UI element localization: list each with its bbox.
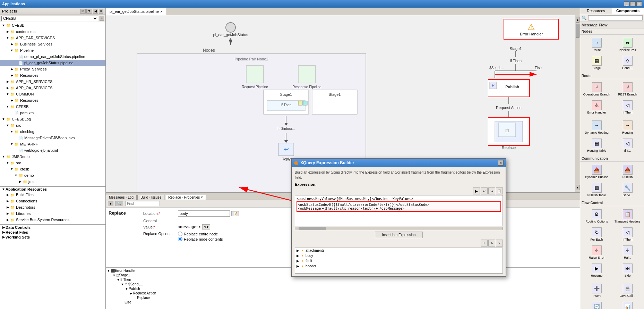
tab-components[interactable]: Components bbox=[612, 8, 644, 14]
toolbar-btn-1[interactable]: ● bbox=[108, 201, 113, 206]
component-operational-branch[interactable]: ⑂ Operational Branch bbox=[582, 81, 612, 98]
error-handler-box[interactable]: ⚠ Error Handler bbox=[504, 19, 559, 40]
menu-btn[interactable]: ≡ bbox=[99, 9, 103, 14]
tree-item-jms[interactable]: ▶ 📁 jms bbox=[0, 178, 105, 185]
tree-item-pipeline[interactable]: ▼ 📁 Pipeline bbox=[0, 47, 105, 53]
outline-publish[interactable]: ▼ Publish bbox=[106, 286, 579, 291]
tree-remove-btn[interactable]: × bbox=[496, 240, 503, 247]
location-edit-btn[interactable]: 📝 bbox=[231, 211, 239, 216]
tree-item-cfesb-folder[interactable]: ▼ 📁 cfesb bbox=[0, 166, 105, 172]
component-publish-table[interactable]: ▦ Publish Table bbox=[582, 181, 612, 199]
tab-close-btn[interactable]: × bbox=[160, 9, 162, 14]
tree-item-ejbbean[interactable]: 📄 MessageDrivenEJBBean.java bbox=[0, 135, 105, 141]
tree-item-jmsdemo[interactable]: ▼ 📁 JMSDemo bbox=[0, 153, 105, 160]
tree-item-meta-inf[interactable]: ▼ 📁 META-INF bbox=[0, 141, 105, 147]
outline-replace[interactable]: Replace bbox=[106, 295, 579, 300]
tree-body[interactable]: ▶ 🔸 body bbox=[295, 253, 503, 258]
component-pipeline-pair[interactable]: ⇔ Pipeline Pair bbox=[612, 36, 643, 53]
tree-item-weblogic[interactable]: 📄 weblogic-ejb-jar.xml bbox=[0, 147, 105, 153]
collapse-btn[interactable]: ◀ bbox=[93, 9, 98, 14]
component-if-then-cond[interactable]: ◁ If Then bbox=[612, 99, 643, 116]
component-stage[interactable]: ▦ Stage bbox=[582, 54, 612, 72]
component-rest-branch[interactable]: ⑂ REST Branch bbox=[612, 81, 643, 98]
tree-item-app-ear[interactable]: ▼ 📁 APP_EAR_SERVICES bbox=[0, 35, 105, 41]
outline-request-action[interactable]: ▶ Request Action bbox=[106, 291, 579, 295]
dialog-close-btn[interactable]: × bbox=[498, 160, 504, 166]
component-for-each[interactable]: ↻ For Each bbox=[582, 226, 612, 243]
component-if-t[interactable]: ◁ If T... bbox=[612, 137, 643, 154]
tree-header[interactable]: ▶ 🔸 header bbox=[295, 264, 503, 269]
tree-item-cfesb[interactable]: ▼ 📁 CFESB bbox=[0, 22, 105, 28]
tab-build-issues[interactable]: Build - Issues bbox=[137, 195, 164, 200]
tab-replace-properties[interactable]: Replace - Properties × bbox=[165, 195, 206, 200]
new-project-btn[interactable]: + bbox=[100, 16, 104, 21]
tree-item-demo[interactable]: ▼ 📁 demo bbox=[0, 172, 105, 178]
component-if-then2[interactable]: ◁ If Then bbox=[612, 226, 643, 243]
tree-item-build-files[interactable]: ▶ 📁 Build Files bbox=[0, 192, 105, 198]
file-tree[interactable]: ▼ 📁 CFESB ▶ 📁 contentsets ▼ 📁 APP_EAR_SE… bbox=[0, 22, 105, 309]
tree-fault[interactable]: ▶ 🔸 fault bbox=[295, 258, 503, 264]
component-publish[interactable]: 📤 Publish bbox=[612, 163, 643, 181]
tree-item-demo-pipeline[interactable]: 📄 demo_pl_ear_getJobStatus.pipeline bbox=[0, 53, 105, 60]
tree-item-data-controls[interactable]: ▶ Data Controls bbox=[0, 225, 105, 230]
tab-resources[interactable]: Resources bbox=[580, 8, 612, 14]
tree-item-cfesblog[interactable]: ▼ 📁 CFESBLog bbox=[0, 116, 105, 122]
tree-item-pl-pipeline[interactable]: 📄 pl_ear_getJobStatus.pipeline bbox=[0, 60, 105, 66]
tree-item-business[interactable]: ▶ 📁 Business_Services bbox=[0, 41, 105, 47]
main-tab[interactable]: pl_ear_getJobStatus.pipeline × bbox=[106, 8, 166, 15]
component-servi[interactable]: 🔧 Servi... bbox=[612, 181, 643, 199]
component-dynamic-publish[interactable]: 📤 Dynamic Publish bbox=[582, 163, 612, 181]
expr-copy-btn[interactable]: 📋 bbox=[496, 187, 503, 194]
tree-item-working-sets[interactable]: ▶ Working Sets bbox=[0, 235, 105, 240]
expr-run-btn[interactable]: ▶ bbox=[473, 187, 480, 194]
scroll-up-btn[interactable]: ▲ bbox=[576, 17, 579, 23]
component-java-call[interactable]: ☕ Java Call... bbox=[612, 282, 643, 299]
component-transport-headers[interactable]: 📋 Transport Headers bbox=[612, 208, 643, 225]
tree-item-contentsets[interactable]: ▶ 📁 contentsets bbox=[0, 28, 105, 35]
scroll-thumb[interactable] bbox=[576, 24, 579, 38]
component-condi[interactable]: ◇ Condi... bbox=[612, 54, 643, 72]
component-rai[interactable]: ⚠ Rai... bbox=[612, 244, 643, 261]
sync-btn[interactable]: ⟳ bbox=[80, 9, 86, 14]
component-report[interactable]: 📊 Report bbox=[612, 300, 643, 309]
toolbar-btn-2[interactable]: 🔍 bbox=[115, 201, 123, 206]
find-input[interactable] bbox=[125, 201, 160, 206]
tree-item-cfesblog-folder[interactable]: ▼ 📁 cfesblog bbox=[0, 128, 105, 135]
filter-btn[interactable]: ▼ bbox=[86, 9, 92, 14]
tree-item-connections[interactable]: ▶ 📁 Connections bbox=[0, 198, 105, 204]
radio-entire-node[interactable]: Replace entire node bbox=[178, 232, 223, 236]
component-search-input[interactable] bbox=[588, 15, 643, 20]
component-dynamic-routing[interactable]: → Dynamic Routing bbox=[582, 119, 612, 136]
close-btn[interactable]: × bbox=[636, 1, 642, 6]
radio-contents-input[interactable] bbox=[178, 237, 182, 241]
insert-into-expression-btn[interactable]: Insert Into Expression bbox=[375, 232, 423, 238]
component-routing-table[interactable]: ▦ Routing Table bbox=[582, 137, 612, 154]
component-routing[interactable]: → Routing bbox=[612, 119, 643, 136]
expression-area[interactable]: <businessKeyValues>{$MonBusinessKey}</bu… bbox=[295, 195, 503, 226]
component-insert[interactable]: ➕ Insert bbox=[582, 282, 612, 299]
maximize-btn[interactable]: □ bbox=[630, 1, 636, 6]
expr-undo-btn[interactable]: ↩ bbox=[481, 187, 488, 194]
location-input[interactable] bbox=[178, 210, 230, 217]
component-routing-options[interactable]: ⚙ Routing Options bbox=[582, 208, 612, 225]
outline-if-sendl[interactable]: ▼ If: $SendL... bbox=[106, 282, 579, 286]
horizontal-scrollbar[interactable] bbox=[295, 227, 503, 230]
tree-edit-btn[interactable]: ✎ bbox=[488, 240, 495, 247]
tree-item-common-resources[interactable]: ▶ 📁 Resources bbox=[0, 97, 105, 103]
tree-item-service-bus[interactable]: ▶ 📁 Service Bus System Resources bbox=[0, 217, 105, 223]
minimize-btn[interactable]: _ bbox=[624, 1, 629, 6]
tree-item-app-resources[interactable]: ▼ Application Resources bbox=[0, 187, 105, 192]
value-edit-btn[interactable]: ✎▾ bbox=[202, 224, 210, 229]
component-resume[interactable]: ▶ Resume bbox=[582, 262, 612, 279]
tree-item-common[interactable]: ▼ 📁 COMMON bbox=[0, 91, 105, 97]
h-scroll-thumb[interactable] bbox=[299, 227, 326, 230]
tree-attachments[interactable]: ▶ 🔸 attachments bbox=[295, 248, 503, 253]
component-nxsd-translate[interactable]: 🔄 nXSD Translate bbox=[582, 300, 612, 309]
scroll-down-btn[interactable]: ▼ bbox=[576, 185, 579, 190]
expr-redo-btn[interactable]: ↪ bbox=[488, 187, 495, 194]
component-skip[interactable]: ⏭ Skip bbox=[612, 262, 643, 279]
tree-item-resources[interactable]: ▶ 📁 Resources bbox=[0, 72, 105, 78]
tree-item-jms-src[interactable]: ▼ 📁 src bbox=[0, 160, 105, 166]
tree-item-pom[interactable]: 📄 pom.xml bbox=[0, 110, 105, 116]
tree-item-libraries[interactable]: ▶ 📁 Libraries bbox=[0, 210, 105, 217]
